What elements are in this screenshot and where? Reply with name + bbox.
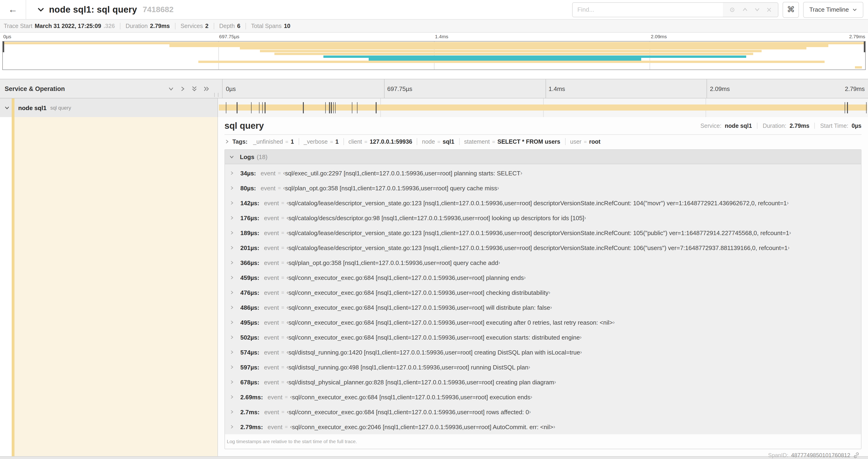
close-angle-quote: › bbox=[554, 424, 555, 430]
find-prev-icon[interactable] bbox=[742, 6, 748, 12]
keyboard-shortcuts-button[interactable]: ⌘ bbox=[783, 2, 799, 18]
find-next-icon[interactable] bbox=[754, 6, 760, 12]
span-detail-row: sql query Service: node sql1 Duration: 2… bbox=[0, 117, 868, 456]
tag-item: user=root bbox=[570, 138, 600, 145]
log-field-key: event bbox=[264, 274, 279, 281]
minimap-left-scrubber-handle[interactable] bbox=[3, 41, 4, 52]
log-row[interactable]: 2.79ms:event=‹sql/conn_executor_exec.go:… bbox=[225, 419, 861, 434]
expand-one-icon[interactable] bbox=[180, 86, 186, 92]
span-service-name: node sql1 bbox=[18, 104, 46, 111]
span-id-value: 4877749850101760812 bbox=[791, 452, 850, 459]
span-timeline-track[interactable] bbox=[218, 98, 868, 117]
log-row[interactable]: 80µs:event=‹sql/plan_opt.go:358 [nsql1,c… bbox=[225, 181, 861, 195]
log-row[interactable]: 142µs:event=‹sql/catalog/lease/descripto… bbox=[225, 195, 861, 210]
summary-value: 2.79ms bbox=[150, 23, 170, 29]
tag-item: _unfinished=1 bbox=[253, 138, 294, 145]
divider bbox=[214, 23, 214, 29]
find-input[interactable] bbox=[572, 3, 723, 17]
ruler-tick-label: 2.79ms bbox=[845, 79, 865, 98]
chevron-right-icon bbox=[229, 305, 234, 310]
minimap-canvas[interactable] bbox=[2, 41, 866, 70]
chevron-down-icon bbox=[37, 6, 44, 13]
open-angle-quote: ‹ bbox=[286, 379, 288, 385]
equals-sign: = bbox=[281, 379, 284, 385]
chevron-right-icon bbox=[229, 275, 234, 280]
log-row[interactable]: 2.7ms:event=‹sql/conn_executor_exec.go:6… bbox=[225, 404, 861, 419]
view-selector-label: Trace Timeline bbox=[809, 6, 849, 13]
close-angle-quote: › bbox=[497, 185, 499, 191]
logs-section: Logs (18) 34µs:event=‹sql/exec_util.go:2… bbox=[224, 149, 862, 449]
service-value: node sql1 bbox=[725, 123, 752, 129]
log-row[interactable]: 476µs:event=‹sql/conn_executor_exec.go:6… bbox=[225, 285, 861, 300]
equals-sign: = bbox=[492, 139, 495, 144]
collapse-all-icon[interactable] bbox=[191, 85, 197, 92]
command-icon: ⌘ bbox=[787, 5, 795, 14]
logs-header-toggle[interactable]: Logs (18) bbox=[225, 150, 861, 164]
summary-label: Depth bbox=[219, 23, 235, 29]
span-row[interactable]: node sql1 sql query bbox=[0, 98, 868, 117]
log-row[interactable]: 366µs:event=‹sql/plan_opt.go:358 [nsql1,… bbox=[225, 255, 861, 270]
logs-note: Log timestamps are relative to the start… bbox=[225, 434, 861, 449]
tag-key: statement bbox=[464, 138, 490, 145]
log-row[interactable]: 502µs:event=‹sql/conn_executor_exec.go:6… bbox=[225, 330, 861, 345]
log-field-value: sql/conn_executor_exec.go:2046 [nsql1,cl… bbox=[292, 423, 553, 430]
collapse-one-icon[interactable] bbox=[168, 86, 174, 92]
summary-item: Trace StartMarch 31 2022, 17:25:09.326 bbox=[4, 23, 115, 29]
summary-label: Total Spans bbox=[251, 23, 282, 29]
log-field-key: event bbox=[264, 244, 279, 251]
back-arrow-icon: ← bbox=[8, 4, 18, 15]
log-row[interactable]: 201µs:event=‹sql/catalog/lease/descripto… bbox=[225, 240, 861, 255]
tag-key: client bbox=[348, 138, 362, 145]
find-suffix bbox=[723, 3, 778, 17]
log-row[interactable]: 459µs:event=‹sql/conn_executor_exec.go:6… bbox=[225, 270, 861, 285]
open-angle-quote: ‹ bbox=[286, 274, 288, 281]
logs-list: 34µs:event=‹sql/exec_util.go:2297 [nsql1… bbox=[225, 164, 861, 434]
tag-value: root bbox=[589, 138, 600, 145]
log-field-key: event bbox=[268, 423, 283, 430]
log-timestamp: 34µs: bbox=[240, 170, 256, 176]
span-name-column[interactable]: node sql1 sql query bbox=[0, 98, 218, 117]
tag-key: _unfinished bbox=[253, 138, 283, 145]
back-button[interactable]: ← bbox=[0, 0, 26, 19]
tags-row-toggle[interactable]: Tags: _unfinished=1_verbose=1client=127.… bbox=[224, 135, 862, 148]
divider bbox=[299, 138, 299, 145]
log-timestamp: 574µs: bbox=[240, 349, 259, 356]
open-angle-quote: ‹ bbox=[286, 349, 288, 355]
log-row[interactable]: 486µs:event=‹sql/conn_executor_exec.go:6… bbox=[225, 300, 861, 315]
log-row[interactable]: 495µs:event=‹sql/conn_executor_exec.go:6… bbox=[225, 315, 861, 330]
span-detail-tint bbox=[14, 117, 217, 456]
collapse-controls bbox=[168, 85, 222, 92]
chevron-down-icon[interactable] bbox=[4, 105, 10, 110]
log-marker-tick bbox=[237, 102, 238, 113]
link-icon[interactable] bbox=[853, 452, 860, 459]
tag-item: statement=SELECT * FROM users bbox=[464, 138, 560, 145]
log-timestamp: 189µs: bbox=[240, 229, 259, 236]
summary-item: Duration2.79ms bbox=[126, 23, 169, 29]
span-duration-bar[interactable] bbox=[219, 104, 867, 110]
equals-sign: = bbox=[330, 139, 333, 144]
minimap-span-bar bbox=[198, 61, 825, 63]
expand-all-icon[interactable] bbox=[203, 86, 210, 92]
focus-target-icon[interactable] bbox=[729, 6, 736, 13]
chevron-right-icon bbox=[229, 320, 234, 325]
tag-item: client=127.0.0.1:59936 bbox=[348, 138, 412, 145]
tags-label: Tags: bbox=[232, 138, 248, 145]
log-row[interactable]: 2.69ms:event=‹sql/conn_executor_exec.go:… bbox=[225, 390, 861, 404]
log-row[interactable]: 574µs:event=‹sql/distsql_running.go:1420… bbox=[225, 345, 861, 360]
equals-sign: = bbox=[281, 215, 284, 221]
logs-count: (18) bbox=[257, 153, 268, 160]
log-row[interactable]: 189µs:event=‹sql/catalog/lease/descripto… bbox=[225, 225, 861, 240]
trace-view-selector[interactable]: Trace Timeline bbox=[803, 2, 863, 18]
clear-find-icon[interactable] bbox=[766, 7, 772, 12]
log-row[interactable]: 597µs:event=‹sql/distsql_running.go:498 … bbox=[225, 360, 861, 374]
ruler-tick-label: 697.75µs bbox=[388, 79, 412, 98]
minimap-right-scrubber-handle[interactable] bbox=[864, 41, 865, 52]
log-row[interactable]: 678µs:event=‹sql/distsql_physical_planne… bbox=[225, 374, 861, 390]
open-angle-quote: ‹ bbox=[290, 394, 292, 400]
log-row[interactable]: 176µs:event=‹sql/catalog/descs/descripto… bbox=[225, 210, 861, 225]
ruler-tick-label: 1.4ms bbox=[549, 79, 565, 98]
trace-title-wrap[interactable]: node sql1: sql query 7418682 bbox=[37, 4, 174, 15]
column-resizer-grip[interactable] bbox=[214, 93, 218, 97]
divider bbox=[417, 138, 417, 145]
log-row[interactable]: 34µs:event=‹sql/exec_util.go:2297 [nsql1… bbox=[225, 166, 861, 181]
